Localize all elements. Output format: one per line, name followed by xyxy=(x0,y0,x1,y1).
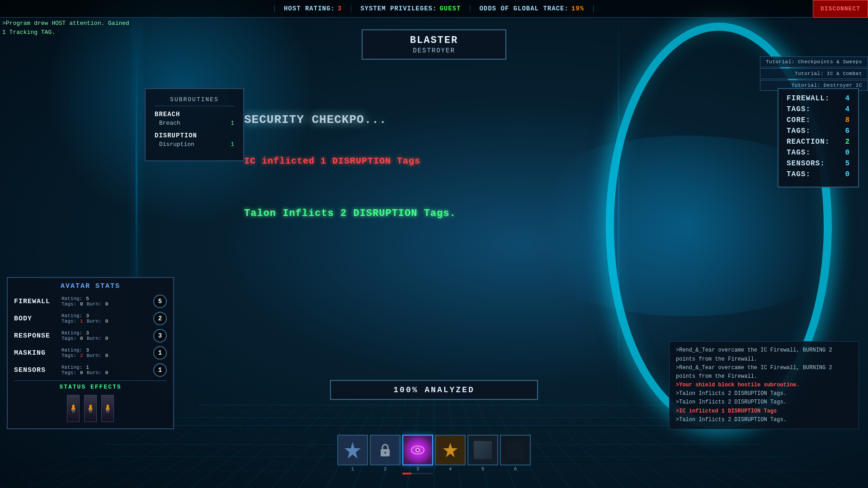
hotbar-slot-6[interactable]: 6 xyxy=(500,435,531,474)
breach-category: Breach Breach 1 xyxy=(155,111,234,127)
avatar-masking-name: Masking xyxy=(14,349,61,357)
avatar-firewall-circle: 5 xyxy=(153,295,167,308)
enemy-sensors-tags-value: 0 xyxy=(845,170,850,178)
breach-item-name: Breach xyxy=(159,120,180,127)
hotbar-slot-5[interactable]: 5 xyxy=(467,435,498,474)
avatar-response-rating-val: 3 xyxy=(86,330,89,336)
avatar-response-circle: 3 xyxy=(153,329,167,343)
enemy-reaction-value: 2 xyxy=(845,138,850,146)
hotbar-icon-1[interactable] xyxy=(337,435,368,465)
system-privileges-stat: System Privileges: GUEST xyxy=(351,5,470,12)
enemy-firewall-tags-label: Tags: xyxy=(787,105,811,113)
host-rating-stat: HOST Rating: 3 xyxy=(274,5,351,12)
avatar-firewall-details: Rating: 5 Tags: 0 Burn: 0 xyxy=(61,296,150,307)
enemy-reaction-row: Reaction: 2 xyxy=(787,138,850,146)
hotbar-slot-4[interactable]: 4 xyxy=(435,435,466,474)
avatar-sensors-row: Sensors Rating: 1 Tags: 0 Burn: 0 1 xyxy=(14,363,167,377)
avatar-sensors-burn-label: Burn: xyxy=(87,370,102,375)
enemy-sensors-value: 5 xyxy=(845,160,850,168)
enemy-reaction-tags-row: Tags: 0 xyxy=(787,149,850,157)
avatar-response-details: Rating: 3 Tags: 0 Burn: 0 xyxy=(61,330,150,341)
avatar-firewall-burn-val: 0 xyxy=(105,301,108,307)
avatar-masking-details: Rating: 3 Tags: 2 Burn: 0 xyxy=(61,347,150,358)
hotbar-icon-4[interactable] xyxy=(435,435,466,465)
combat-text-disruption-2: Talon Inflicts 2 DISRUPTION Tags. xyxy=(244,208,456,219)
avatar-body-tags-val: 1 xyxy=(80,319,83,324)
tutorial-panel: Tutorial: Checkpoints & Sweeps Tutorial:… xyxy=(760,56,868,91)
hotbar-icon-5[interactable] xyxy=(467,435,498,465)
hotbar-label-5: 5 xyxy=(481,466,485,472)
enemy-nameplate: Blaster Destroyer xyxy=(362,29,506,60)
enemy-core-value: 8 xyxy=(845,116,850,124)
enemy-core-tags-row: Tags: 6 xyxy=(787,127,850,135)
avatar-masking-burn-label: Burn: xyxy=(87,353,102,358)
avatar-response-burn-label: Burn: xyxy=(87,336,102,341)
avatar-masking-tags-val: 2 xyxy=(80,353,83,358)
hotbar-slot-2[interactable]: 2 xyxy=(370,435,401,474)
combat-log-panel: >Rend_&_Tear overcame the IC Firewall, B… xyxy=(669,341,859,429)
log-entry-6: >IC inflicted 1 DISRUPTION Tags xyxy=(676,407,852,416)
subroutines-panel: Subroutines Breach Breach 1 Disruption D… xyxy=(145,88,244,161)
disruption-item: Disruption 1 xyxy=(155,141,234,148)
svg-marker-6 xyxy=(443,443,458,457)
enemy-sensors-tags-row: Tags: 0 xyxy=(787,170,850,178)
enemy-firewall-tags-value: 4 xyxy=(845,105,850,113)
avatar-body-name: Body xyxy=(14,315,61,323)
avatar-firewall-tags-val: 0 xyxy=(80,301,83,307)
avatar-sensors-tags-val: 0 xyxy=(80,370,83,375)
avatar-response-tags-label: Tags: xyxy=(61,336,76,341)
enemy-type: Destroyer xyxy=(390,47,478,54)
avatar-masking-rating-val: 3 xyxy=(86,347,89,353)
hotbar-icon-3[interactable] xyxy=(402,435,433,465)
enemy-firewall-label: Firewall: xyxy=(787,94,830,103)
enemy-sensors-tags-label: Tags: xyxy=(787,170,811,178)
subroutines-title: Subroutines xyxy=(155,96,234,106)
log-entry-5: >Talon Inflicts 2 DISRUPTION Tags. xyxy=(676,398,852,407)
hotbar-slot-3[interactable]: 3 xyxy=(402,435,433,474)
avatar-body-tags-label: Tags: xyxy=(61,319,76,324)
log-entry-7: >Talon Inflicts 2 DISRUPTION Tags. xyxy=(676,416,852,424)
enemy-core-row: Core: 8 xyxy=(787,116,850,124)
hotbar-bar-fill-3 xyxy=(402,473,411,474)
avatar-sensors-circle: 1 xyxy=(153,363,167,377)
enemy-name: Blaster xyxy=(390,35,478,46)
avatar-body-details: Rating: 3 Tags: 1 Burn: 0 xyxy=(61,313,150,324)
enemy-stats-panel: Firewall: 4 Tags: 4 Core: 8 Tags: 6 Reac… xyxy=(778,88,859,188)
top-log: >Program drew HOST attention. Gained 1 T… xyxy=(2,19,129,37)
system-privileges-label: System Privileges: xyxy=(360,5,437,12)
log-line-2: 1 Tracking TAG. xyxy=(2,28,129,37)
tutorial-ic-combat-button[interactable]: Tutorial: IC & Combat xyxy=(760,68,868,79)
avatar-response-rating-label: Rating: xyxy=(61,330,82,336)
status-effects-title: Status Effects xyxy=(14,380,167,390)
disruption-category: Disruption Disruption 1 xyxy=(155,132,234,148)
analysis-text: 100% Analyzed xyxy=(358,385,510,394)
hotbar-slot-1[interactable]: 1 xyxy=(337,435,368,474)
avatar-body-burn-label: Burn: xyxy=(87,319,102,324)
enemy-core-label: Core: xyxy=(787,116,811,124)
avatar-masking-row: Masking Rating: 3 Tags: 2 Burn: 0 1 xyxy=(14,346,167,360)
avatar-masking-rating-label: Rating: xyxy=(61,347,82,353)
avatar-sensors-details: Rating: 1 Tags: 0 Burn: 0 xyxy=(61,365,150,375)
log-entry-3: >Your shield block hostile subroutine. xyxy=(676,381,852,389)
tutorial-checkpoints-button[interactable]: Tutorial: Checkpoints & Sweeps xyxy=(760,56,868,67)
enemy-sensors-row: Sensors: 5 xyxy=(787,160,850,168)
log-line-1: >Program drew HOST attention. Gained xyxy=(2,19,129,28)
avatar-sensors-name: Sensors xyxy=(14,366,61,374)
avatar-response-tags-val: 0 xyxy=(80,336,83,341)
avatar-firewall-rating-val: 5 xyxy=(86,296,89,301)
hotbar-bar-3 xyxy=(402,473,433,474)
enemy-firewall-tags-row: Tags: 4 xyxy=(787,105,850,113)
hotbar-icon-2[interactable] xyxy=(370,435,401,465)
hotbar-icon-6[interactable] xyxy=(500,435,531,465)
avatar-sensors-burn-val: 0 xyxy=(105,370,108,375)
status-sprite-1: 🧍 xyxy=(67,395,80,422)
avatar-response-name: Response xyxy=(14,332,61,340)
avatar-masking-circle: 1 xyxy=(153,346,167,360)
log-entry-4: >Talon Inflicts 2 DISRUPTION Tags. xyxy=(676,389,852,398)
system-privileges-value: GUEST xyxy=(439,5,461,12)
avatar-body-rating-val: 3 xyxy=(86,313,89,319)
hotbar-label-3: 3 xyxy=(416,466,420,472)
trace-odds-value: 19% xyxy=(571,5,584,12)
avatar-firewall-tags-label: Tags: xyxy=(61,301,76,307)
disconnect-button[interactable]: Disconnect xyxy=(813,0,868,18)
